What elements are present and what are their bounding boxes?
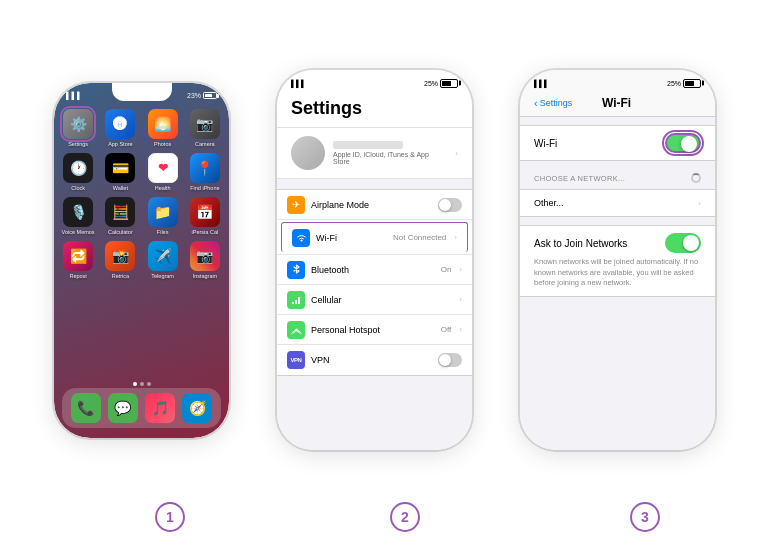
phone3-wifi-section: Wi-Fi xyxy=(520,125,715,161)
dock-messages[interactable]: 💬 xyxy=(108,393,138,423)
settings-icon: ⚙️ xyxy=(63,109,93,139)
wifi-value: Not Connected xyxy=(393,233,446,242)
dock-safari[interactable]: 🧭 xyxy=(182,393,212,423)
app-clock-label: Clock xyxy=(71,185,85,191)
cellular-icon xyxy=(287,291,305,309)
step3-circle: 3 xyxy=(630,502,660,532)
app-settings[interactable]: ⚙️ Settings xyxy=(60,109,96,147)
app-files-label: Files xyxy=(157,229,169,235)
phone2-profile[interactable]: Apple ID, iCloud, iTunes & App Store › xyxy=(277,127,472,179)
app-repost-label: Repost xyxy=(69,273,86,279)
phone3-title: Wi-Fi xyxy=(602,96,631,110)
bluetooth-value: On xyxy=(441,265,452,274)
telegram-icon: ✈️ xyxy=(148,241,178,271)
phone3-battery: 25% xyxy=(667,79,701,88)
phone2-statusbar: ▌▌▌ 25% xyxy=(277,70,472,92)
app-voicememo[interactable]: 🎙️ Voice Memos xyxy=(60,197,96,235)
settings-row-hotspot[interactable]: Personal Hotspot Off › xyxy=(277,315,472,345)
phone1-dock: 📞 💬 🎵 🧭 xyxy=(62,388,221,428)
svg-rect-2 xyxy=(295,300,297,304)
phone1-signal: ▌▌▌ xyxy=(66,92,82,99)
phone3-signal: ▌▌▌ xyxy=(534,80,549,87)
vpn-toggle[interactable] xyxy=(438,353,462,367)
files-icon: 📁 xyxy=(148,197,178,227)
ask-toggle[interactable] xyxy=(665,233,701,253)
phone2-screen: ▌▌▌ 25% Settings Apple ID, iCloud, iTune… xyxy=(277,70,472,450)
phone2-frame: ▌▌▌ 25% Settings Apple ID, iCloud, iTune… xyxy=(277,70,472,450)
airplane-toggle[interactable] xyxy=(438,198,462,212)
photos-icon: 🌅 xyxy=(148,109,178,139)
app-appstore-label: App Store xyxy=(108,141,132,147)
app-findiphone[interactable]: 📍 Find iPhone xyxy=(187,153,223,191)
app-calculator-label: Calculator xyxy=(108,229,133,235)
instagram-icon: 📷 xyxy=(190,241,220,271)
app-wallet[interactable]: 💳 Wallet xyxy=(102,153,138,191)
app-retrica[interactable]: 📸 Retrica xyxy=(102,241,138,279)
app-photos-label: Photos xyxy=(154,141,171,147)
app-wallet-label: Wallet xyxy=(113,185,128,191)
phone2-avatar xyxy=(291,136,325,170)
phone3-networks-section: CHOOSE A NETWORK... Other... › xyxy=(520,169,715,217)
phone3-frame: ▌▌▌ 25% ‹ Settings Wi-Fi Wi-Fi xyxy=(520,70,715,450)
settings-row-bluetooth[interactable]: Bluetooth On › xyxy=(277,255,472,285)
app-ipersia-label: iPersia Cal xyxy=(192,229,219,235)
app-health-label: Health xyxy=(155,185,171,191)
app-clock[interactable]: 🕐 Clock xyxy=(60,153,96,191)
phone2-profile-name xyxy=(333,141,403,149)
phone3-back-button[interactable]: ‹ Settings xyxy=(534,97,572,109)
settings-row-wifi-wrapper: Wi-Fi Not Connected › xyxy=(277,222,472,255)
wifi-toggle-main[interactable] xyxy=(665,133,701,153)
settings-row-wifi[interactable]: Wi-Fi Not Connected › xyxy=(281,222,468,252)
app-findiphone-label: Find iPhone xyxy=(190,185,219,191)
hotspot-icon xyxy=(287,321,305,339)
calculator-icon: 🧮 xyxy=(105,197,135,227)
ipersia-icon: 📅 xyxy=(190,197,220,227)
choose-network-header: CHOOSE A NETWORK... xyxy=(520,169,715,185)
ask-toggle-knob xyxy=(683,235,699,251)
clock-icon: 🕐 xyxy=(63,153,93,183)
phone3-navbar: ‹ Settings Wi-Fi xyxy=(520,92,715,117)
phone1-notch xyxy=(112,83,172,101)
dock-music[interactable]: 🎵 xyxy=(145,393,175,423)
settings-row-vpn[interactable]: VPN VPN xyxy=(277,345,472,375)
app-appstore[interactable]: 🅐 App Store xyxy=(102,109,138,147)
phone3-screen: ▌▌▌ 25% ‹ Settings Wi-Fi Wi-Fi xyxy=(520,70,715,450)
wifi-chevron-icon: › xyxy=(454,233,457,242)
phone3-wifi-row: Wi-Fi xyxy=(520,125,715,161)
app-repost[interactable]: 🔁 Repost xyxy=(60,241,96,279)
ask-join-row[interactable]: Ask to Join Networks xyxy=(534,233,701,253)
wifi-toggle-row[interactable]: Wi-Fi xyxy=(520,126,715,160)
voicememo-icon: 🎙️ xyxy=(63,197,93,227)
main-scene: ▌▌▌ 23% ⚙️ Settings 🅐 App Store 🌅 xyxy=(0,0,769,550)
step3-label: 3 xyxy=(630,502,660,532)
app-photos[interactable]: 🌅 Photos xyxy=(145,109,181,147)
app-instagram[interactable]: 📷 Instagram xyxy=(187,241,223,279)
app-files[interactable]: 📁 Files xyxy=(145,197,181,235)
cellular-label: Cellular xyxy=(311,295,453,305)
phone2-signal: ▌▌▌ xyxy=(291,80,306,87)
step1-label: 1 xyxy=(155,502,185,532)
app-ipersia[interactable]: 📅 iPersia Cal xyxy=(187,197,223,235)
ask-label: Ask to Join Networks xyxy=(534,238,665,249)
app-telegram[interactable]: ✈️ Telegram xyxy=(145,241,181,279)
step2-label: 2 xyxy=(390,502,420,532)
phone1-app-grid: ⚙️ Settings 🅐 App Store 🌅 Photos 📷 Camer… xyxy=(54,105,229,279)
ask-description: Known networks will be joined automatica… xyxy=(534,257,701,289)
settings-row-cellular[interactable]: Cellular › xyxy=(277,285,472,315)
app-calculator[interactable]: 🧮 Calculator xyxy=(102,197,138,235)
app-camera[interactable]: 📷 Camera xyxy=(187,109,223,147)
dock-phone[interactable]: 📞 xyxy=(71,393,101,423)
phone2-nav: Settings xyxy=(277,92,472,127)
app-retrica-label: Retrica xyxy=(112,273,129,279)
app-telegram-label: Telegram xyxy=(151,273,174,279)
wifi-toggle-label: Wi-Fi xyxy=(534,138,665,149)
airplane-icon: ✈ xyxy=(287,196,305,214)
phone2-profile-sub: Apple ID, iCloud, iTunes & App Store xyxy=(333,151,447,165)
back-chevron-icon: ‹ xyxy=(534,97,538,109)
settings-row-airplane[interactable]: ✈ Airplane Mode xyxy=(277,190,472,220)
phone1-battery-pct: 23% xyxy=(187,92,201,99)
app-health[interactable]: ❤ Health xyxy=(145,153,181,191)
hotspot-value: Off xyxy=(441,325,452,334)
other-network-row[interactable]: Other... › xyxy=(520,189,715,217)
wallet-icon: 💳 xyxy=(105,153,135,183)
